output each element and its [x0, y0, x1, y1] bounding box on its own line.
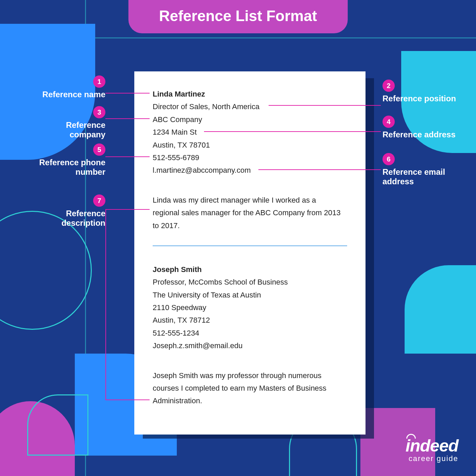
badge-2: 2 [382, 80, 395, 92]
connector-line [105, 156, 150, 157]
callout-4: 4 Reference address [382, 116, 471, 139]
brand-logo: indeed career guide [406, 436, 458, 463]
ref2-company: The University of Texas at Austin [153, 289, 347, 301]
page-title: Reference List Format [129, 0, 348, 33]
brand-text: indeed [406, 436, 458, 455]
brand-name: indeed [406, 436, 458, 456]
callout-label: Reference company [66, 120, 105, 139]
badge-3: 3 [93, 106, 105, 118]
ref2-phone: 512-555-1234 [153, 327, 347, 339]
badge-1: 1 [93, 75, 105, 88]
callout-2: 2 Reference position [382, 80, 471, 103]
ref1-position: Director of Sales, North America [153, 100, 347, 113]
callout-label: Reference email address [382, 167, 445, 186]
decorative-shape [405, 265, 476, 354]
badge-6: 6 [382, 153, 395, 165]
ref2-email: Joseph.z.smith@email.edu [153, 339, 347, 352]
connector-line [269, 105, 381, 106]
connector-line [258, 169, 381, 170]
ref1-description: Linda was my direct manager while I work… [153, 194, 343, 232]
connector-line [105, 93, 150, 94]
ref1-address1: 1234 Main St [153, 126, 347, 138]
ref2-name: Joseph Smith [153, 263, 347, 276]
connector-line [105, 209, 106, 400]
ref2-description: Joseph Smith was my professor through nu… [153, 369, 346, 407]
badge-7: 7 [93, 194, 105, 207]
callout-3: 3 Reference company [24, 106, 105, 139]
badge-5: 5 [93, 143, 105, 156]
ref2-address1: 2110 Speedway [153, 301, 347, 314]
callout-7: 7 Reference description [24, 194, 105, 228]
callout-5: 5 Reference phone number [17, 143, 105, 177]
connector-line [204, 131, 381, 132]
decorative-shape [27, 394, 88, 456]
ref1-name: Linda Martinez [153, 88, 347, 100]
connector-line [105, 209, 150, 210]
ref1-company: ABC Company [153, 113, 347, 126]
callout-6: 6 Reference email address [382, 153, 471, 186]
callout-label: Reference description [62, 209, 105, 227]
callout-label: Reference phone number [39, 158, 105, 176]
ref1-address2: Austin, TX 78701 [153, 139, 347, 151]
decorative-shape [0, 211, 92, 330]
ref1-phone: 512-555-6789 [153, 151, 347, 164]
connector-line [105, 400, 150, 400]
badge-4: 4 [382, 116, 395, 128]
reference-document: Linda Martinez Director of Sales, North … [134, 71, 366, 435]
callout-label: Reference name [42, 90, 105, 99]
ref1-email: l.martinez@abccompany.com [153, 164, 347, 176]
callout-1: 1 Reference name [24, 75, 105, 99]
callout-label: Reference address [382, 130, 456, 139]
divider [153, 245, 347, 246]
ref2-address2: Austin, TX 78712 [153, 314, 347, 326]
ref2-position: Professor, McCombs School of Business [153, 276, 347, 288]
connector-line [105, 118, 150, 119]
callout-label: Reference position [382, 94, 456, 103]
